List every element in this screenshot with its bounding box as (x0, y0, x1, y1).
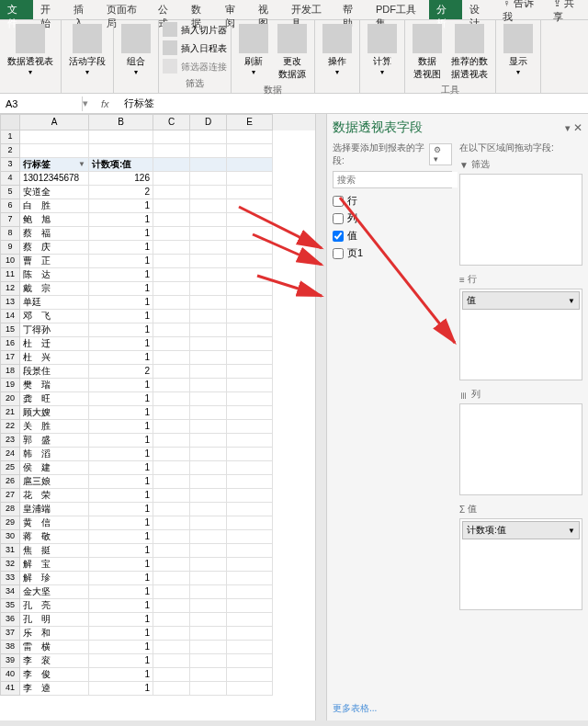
row-header[interactable]: 14 (0, 310, 20, 323)
cell[interactable] (153, 199, 190, 213)
row-header[interactable]: 27 (0, 489, 20, 503)
tab-review[interactable]: 审阅 (218, 0, 251, 19)
cell[interactable] (227, 255, 273, 268)
cell[interactable]: 1 (89, 641, 153, 654)
cell[interactable] (190, 323, 227, 337)
cell[interactable] (153, 544, 190, 558)
cell[interactable] (227, 392, 273, 406)
cell[interactable]: 乐 和 (20, 627, 89, 641)
field-item-page[interactable]: 页1 (333, 244, 452, 262)
row-header[interactable]: 17 (0, 351, 20, 365)
row-header[interactable]: 33 (0, 572, 20, 585)
row-header[interactable]: 1 (0, 130, 20, 144)
cell[interactable]: 孔 明 (20, 613, 89, 627)
row-header[interactable]: 19 (0, 379, 20, 392)
cell[interactable] (190, 227, 227, 241)
cell[interactable] (227, 323, 273, 337)
row-header[interactable]: 5 (0, 186, 20, 199)
cell[interactable] (227, 627, 273, 641)
cell[interactable] (190, 241, 227, 255)
row-header[interactable]: 39 (0, 654, 20, 668)
cell[interactable] (190, 213, 227, 227)
cell[interactable] (153, 310, 190, 323)
row-header[interactable]: 3 (0, 158, 20, 172)
cell[interactable]: 花 荣 (20, 489, 89, 503)
cell[interactable]: 1 (89, 434, 153, 448)
cell[interactable]: 1 (89, 585, 153, 599)
field-item-col[interactable]: 列 (333, 210, 452, 227)
tab-formulas[interactable]: 公式 (151, 0, 184, 19)
cell[interactable]: 1 (89, 282, 153, 296)
row-header[interactable]: 35 (0, 599, 20, 613)
row-header[interactable]: 15 (0, 323, 20, 337)
cell[interactable] (227, 558, 273, 572)
cell[interactable] (190, 668, 227, 682)
more-tables-link[interactable]: 更多表格... (333, 702, 452, 715)
row-header[interactable]: 11 (0, 268, 20, 282)
cell[interactable]: 1 (89, 268, 153, 282)
cell[interactable]: 解 宝 (20, 558, 89, 572)
cell[interactable]: 李 俊 (20, 668, 89, 682)
filter-drop-area[interactable] (459, 174, 582, 266)
cell[interactable] (153, 406, 190, 420)
tab-pdf[interactable]: PDF工具集 (368, 0, 429, 19)
cell[interactable] (153, 654, 190, 668)
cell[interactable] (190, 337, 227, 351)
field-item-val[interactable]: 值 (333, 227, 452, 244)
row-header[interactable]: 9 (0, 241, 20, 255)
pivotchart-button[interactable]: 数据 透视图 (409, 22, 446, 83)
close-pane-button[interactable]: ✕ (573, 121, 582, 134)
tab-view[interactable]: 视图 (251, 0, 284, 19)
cell[interactable] (190, 654, 227, 668)
cell[interactable] (190, 420, 227, 434)
cell[interactable] (227, 227, 273, 241)
val-field-item[interactable]: 计数项:值 ▼ (462, 521, 580, 539)
cell[interactable] (153, 641, 190, 654)
cell[interactable] (227, 613, 273, 627)
cell[interactable]: 焦 挺 (20, 544, 89, 558)
cell[interactable]: 1 (89, 392, 153, 406)
cell[interactable]: 邓 飞 (20, 310, 89, 323)
cell[interactable]: 1 (89, 379, 153, 392)
cell[interactable] (153, 558, 190, 572)
cell[interactable]: 关 胜 (20, 420, 89, 434)
cell[interactable]: 1 (89, 241, 153, 255)
cell[interactable] (153, 172, 190, 186)
cell[interactable] (190, 613, 227, 627)
cell[interactable]: 13012345678 (20, 172, 89, 186)
cell[interactable]: 蔡 福 (20, 227, 89, 241)
cell[interactable] (190, 379, 227, 392)
col-header-c[interactable]: C (153, 114, 190, 130)
cell[interactable] (227, 461, 273, 475)
cell[interactable] (190, 158, 227, 172)
cell[interactable] (153, 572, 190, 585)
cell[interactable]: 蔡 庆 (20, 241, 89, 255)
cell[interactable] (227, 406, 273, 420)
cell[interactable]: 2 (89, 186, 153, 199)
field-checkbox-page[interactable] (333, 248, 344, 259)
cell[interactable] (153, 475, 190, 489)
gear-button[interactable]: ⚙ ▾ (429, 143, 452, 165)
cell[interactable] (190, 489, 227, 503)
cell[interactable] (227, 213, 273, 227)
row-field-item[interactable]: 值 ▼ (462, 291, 580, 310)
cell[interactable]: 1 (89, 199, 153, 213)
cell[interactable] (153, 268, 190, 282)
cell[interactable]: 樊 瑞 (20, 379, 89, 392)
row-header[interactable]: 12 (0, 282, 20, 296)
cell[interactable] (190, 530, 227, 544)
cell[interactable] (190, 503, 227, 516)
row-header[interactable]: 38 (0, 641, 20, 654)
tab-data[interactable]: 数据 (184, 0, 217, 19)
tab-pagelayout[interactable]: 页面布局 (99, 0, 151, 19)
cell[interactable] (227, 337, 273, 351)
cell[interactable] (153, 337, 190, 351)
row-header[interactable]: 10 (0, 255, 20, 268)
cell[interactable] (190, 516, 227, 530)
cell[interactable] (153, 186, 190, 199)
filter-connections-button[interactable]: 筛选器连接 (163, 59, 227, 75)
insert-slicer-button[interactable]: 插入切片器 (163, 22, 227, 39)
cell[interactable]: 郭 盛 (20, 434, 89, 448)
worksheet[interactable]: A B C D E 123行标签▼计数项:值4130123456781265安道… (0, 114, 315, 720)
cell[interactable]: 1 (89, 337, 153, 351)
